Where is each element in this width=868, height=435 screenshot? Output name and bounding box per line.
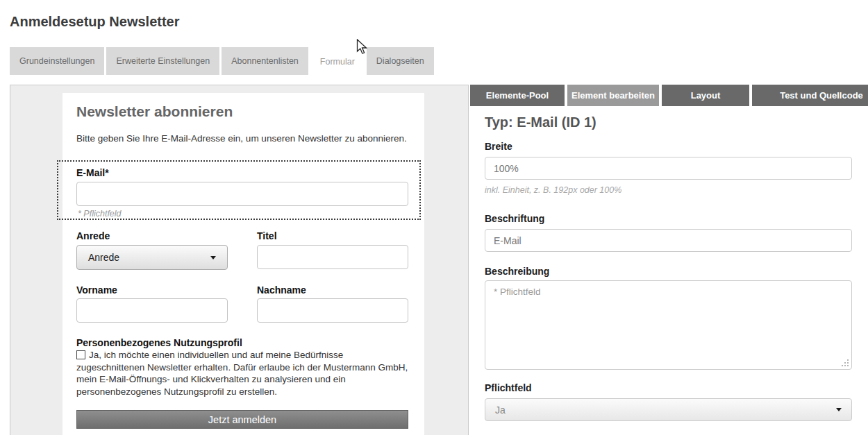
pflichtfeld-select[interactable]: Ja — [485, 398, 852, 421]
nachname-input[interactable] — [257, 298, 408, 323]
tab-test-und-quellcode[interactable]: Test und Quellcode — [752, 85, 868, 106]
titel-label: Titel — [257, 230, 277, 241]
submit-button[interactable]: Jetzt anmelden — [76, 410, 408, 429]
form-intro-text: Bitte geben Sie Ihre E-Mail-Adresse ein,… — [76, 133, 410, 144]
beschreibung-textarea[interactable]: * Pflichtfeld — [485, 280, 852, 370]
email-required-hint: * Pflichtfeld — [78, 209, 122, 219]
page-title: Anmeldesetup Newsletter — [10, 14, 180, 30]
email-label: E-Mail* — [76, 167, 109, 178]
pflichtfeld-selected-value: Ja — [495, 404, 506, 416]
breite-hint: inkl. Einheit, z. B. 192px oder 100% — [485, 185, 621, 195]
form-heading: Newsletter abonnieren — [76, 103, 233, 120]
titel-input[interactable] — [257, 245, 408, 269]
anrede-label: Anrede — [76, 230, 110, 241]
chevron-down-icon — [836, 408, 842, 411]
breite-label: Breite — [485, 141, 512, 152]
element-type-heading: Typ: E-Mail (ID 1) — [485, 114, 596, 130]
tab-erweiterte-einstellungen[interactable]: Erweiterte Einstellungen — [106, 47, 219, 75]
nutzungsprofil-consent-text: Ja, ich möchte einen individuellen und a… — [76, 350, 408, 397]
anrede-select[interactable]: Anrede — [76, 245, 228, 270]
beschriftung-input[interactable] — [485, 229, 852, 252]
nutzungsprofil-checkbox[interactable] — [76, 350, 85, 359]
vorname-label: Vorname — [76, 284, 117, 296]
main-tab-bar: Grundeinstellungen Erweiterte Einstellun… — [10, 47, 434, 76]
tab-grundeinstellungen[interactable]: Grundeinstellungen — [10, 47, 104, 75]
beschreibung-field: * Pflichtfeld — [485, 280, 852, 370]
email-input[interactable] — [76, 182, 408, 206]
tab-layout[interactable]: Layout — [662, 85, 749, 106]
tab-dialogseiten[interactable]: Dialogseiten — [367, 47, 434, 75]
beschreibung-label: Beschreibung — [485, 266, 549, 277]
form-preview-panel: Newsletter abonnieren Bitte geben Sie Ih… — [10, 85, 469, 435]
breite-input[interactable] — [485, 157, 852, 180]
tab-element-bearbeiten[interactable]: Element bearbeiten — [567, 85, 659, 106]
beschriftung-label: Beschriftung — [485, 213, 544, 224]
nutzungsprofil-heading: Personenbezogenes Nutzungsprofil — [76, 337, 242, 348]
editor-tab-bar: Elemente-Pool Element bearbeiten Layout … — [470, 85, 868, 106]
tab-elemente-pool[interactable]: Elemente-Pool — [470, 85, 565, 106]
tab-abonnentenlisten[interactable]: Abonnentenlisten — [222, 47, 308, 75]
pflichtfeld-label: Pflichtfeld — [485, 382, 532, 393]
nutzungsprofil-paragraph: Ja, ich möchte einen individuellen und a… — [76, 349, 411, 398]
nachname-label: Nachname — [257, 284, 306, 296]
element-editor-panel: Typ: E-Mail (ID 1) Breite inkl. Einheit,… — [485, 106, 852, 435]
tab-formular[interactable]: Formular — [310, 47, 365, 76]
chevron-down-icon — [210, 256, 216, 259]
vorname-input[interactable] — [76, 298, 228, 323]
anrede-selected-value: Anrede — [88, 252, 119, 263]
newsletter-form-card: Newsletter abonnieren Bitte geben Sie Ih… — [62, 93, 424, 435]
